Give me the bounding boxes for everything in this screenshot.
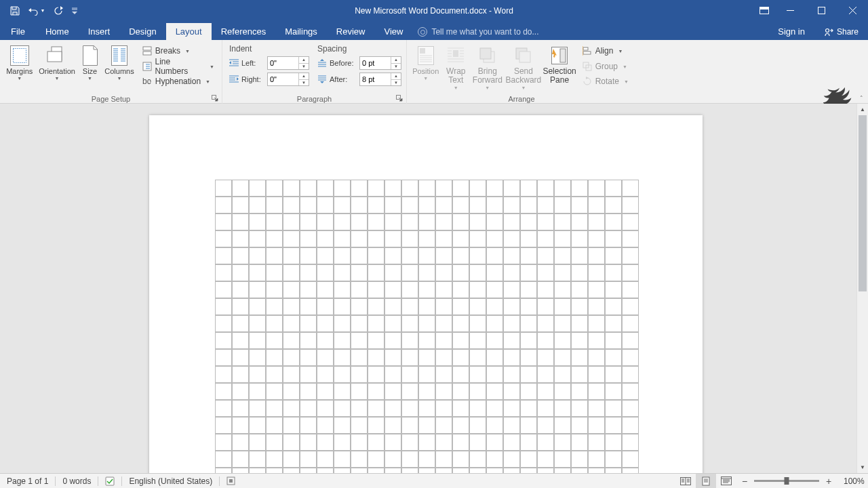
maximize-button[interactable] <box>806 0 837 21</box>
svg-rect-28 <box>106 477 114 485</box>
redo-button[interactable] <box>49 0 68 21</box>
qat-customize[interactable] <box>68 0 81 21</box>
indent-right-spinner[interactable]: ▲▼ <box>267 73 309 86</box>
scroll-up-button[interactable]: ▲ <box>857 104 868 115</box>
align-button[interactable]: Align▼ <box>578 43 632 58</box>
tab-insert[interactable]: Insert <box>79 23 120 40</box>
spin-up[interactable]: ▲ <box>391 57 401 64</box>
hyphenation-label: Hyphenation <box>155 77 201 86</box>
margins-button[interactable]: Margins▼ <box>3 41 36 91</box>
svg-point-3 <box>825 28 829 32</box>
tab-design[interactable]: Design <box>119 23 165 40</box>
title-bar: ▼ New Microsoft Word Document.docx - Wor… <box>0 0 868 21</box>
zoom-slider-thumb[interactable] <box>785 477 789 485</box>
svg-rect-1 <box>760 7 769 9</box>
page-number[interactable]: Page 1 of 1 <box>0 474 55 488</box>
close-button[interactable] <box>837 0 868 21</box>
tab-mailings[interactable]: Mailings <box>275 23 327 40</box>
space-before-input[interactable] <box>360 57 391 69</box>
save-button[interactable] <box>5 0 24 21</box>
space-after-input[interactable] <box>360 73 391 85</box>
view-buttons <box>675 474 736 488</box>
print-layout-button[interactable] <box>696 474 716 488</box>
spin-up[interactable]: ▲ <box>391 73 401 80</box>
tab-home[interactable]: Home <box>36 23 79 40</box>
spin-up[interactable]: ▲ <box>299 73 309 80</box>
paragraph-group-label: Paragraph <box>222 95 406 103</box>
columns-button[interactable]: Columns▼ <box>102 41 136 91</box>
svg-rect-19 <box>480 48 491 59</box>
zoom-out-button[interactable]: − <box>736 474 753 488</box>
selection-pane-icon <box>549 45 570 66</box>
spin-down[interactable]: ▼ <box>391 64 401 70</box>
page-setup-launcher[interactable] <box>210 94 219 102</box>
status-bar: Page 1 of 1 0 words English (United Stat… <box>0 473 868 488</box>
size-button[interactable]: Size▼ <box>78 41 102 91</box>
zoom-in-button[interactable]: + <box>821 474 837 488</box>
wrap-text-button: WrapText▼ <box>441 41 470 91</box>
ribbon: Margins▼ Orientation▼ Size▼ Columns▼ Bre… <box>0 40 868 104</box>
zoom-level[interactable]: 100% <box>837 474 868 488</box>
spin-up[interactable]: ▲ <box>299 57 309 64</box>
space-after-spinner[interactable]: ▲▼ <box>359 73 401 86</box>
zoom-slider[interactable] <box>754 480 819 482</box>
tab-layout[interactable]: Layout <box>166 23 212 40</box>
spin-down[interactable]: ▼ <box>299 80 309 86</box>
orientation-button[interactable]: Orientation▼ <box>36 41 77 91</box>
share-button[interactable]: Share <box>814 23 868 40</box>
ribbon-display-options[interactable] <box>754 0 774 21</box>
indent-left-input[interactable] <box>268 57 298 69</box>
minimize-button[interactable] <box>774 0 806 21</box>
tab-file[interactable]: File <box>0 23 36 40</box>
breaks-label: Breaks <box>155 46 180 56</box>
line-numbers-button[interactable]: Line Numbers▼ <box>138 59 218 74</box>
ribbon-tabs: File Home Insert Design Layout Reference… <box>0 21 868 40</box>
scroll-thumb[interactable] <box>859 115 867 291</box>
columns-label: Columns <box>104 67 134 75</box>
paragraph-launcher[interactable] <box>395 94 403 102</box>
space-before-spinner[interactable]: ▲▼ <box>359 56 401 70</box>
indent-right-label: Right: <box>241 75 264 83</box>
undo-button[interactable]: ▼ <box>24 0 49 21</box>
macro-button[interactable] <box>220 474 242 488</box>
sign-in-button[interactable]: Sign in <box>768 23 814 40</box>
collapse-ribbon-button[interactable]: ˄ <box>856 94 867 103</box>
scroll-track[interactable] <box>857 115 868 462</box>
breaks-button[interactable]: Breaks▼ <box>138 43 218 58</box>
svg-rect-10 <box>143 52 151 55</box>
orientation-icon <box>46 45 68 66</box>
arrange-group-label: Arrange <box>407 95 636 103</box>
window-controls <box>754 0 868 21</box>
lightbulb-icon <box>418 27 427 37</box>
line-numbers-label: Line Numbers <box>155 57 205 76</box>
window-title: New Microsoft Word Document.docx - Word <box>355 6 513 16</box>
document-area[interactable] <box>0 104 868 473</box>
word-count[interactable]: 0 words <box>56 474 98 488</box>
size-icon <box>79 45 101 66</box>
spell-check-button[interactable] <box>98 474 121 488</box>
language-button[interactable]: English (United States) <box>122 474 219 488</box>
tab-view[interactable]: View <box>374 23 412 40</box>
table-grid[interactable] <box>215 180 639 473</box>
indent-left-spinner[interactable]: ▲▼ <box>267 56 309 70</box>
page[interactable] <box>149 115 703 473</box>
spin-down[interactable]: ▼ <box>391 80 401 86</box>
group-icon <box>582 61 593 72</box>
position-button: Position▼ <box>410 41 441 91</box>
tab-references[interactable]: References <box>212 23 275 40</box>
share-label: Share <box>837 27 859 37</box>
spin-down[interactable]: ▼ <box>299 64 309 70</box>
tell-me-search[interactable]: Tell me what you want to do... <box>412 23 538 40</box>
indent-right-input[interactable] <box>268 73 298 85</box>
vertical-scrollbar[interactable]: ▲ ▼ <box>856 104 868 473</box>
read-mode-button[interactable] <box>675 474 696 488</box>
rotate-icon <box>582 76 593 87</box>
selection-pane-button[interactable]: SelectionPane <box>542 41 576 91</box>
web-layout-button[interactable] <box>716 474 736 488</box>
hyphenation-button[interactable]: bcHyphenation▼ <box>138 75 218 89</box>
tab-review[interactable]: Review <box>327 23 375 40</box>
space-after-icon <box>317 75 327 84</box>
svg-rect-21 <box>519 52 530 62</box>
indent-label: Indent <box>229 44 309 54</box>
scroll-down-button[interactable]: ▼ <box>857 462 868 473</box>
